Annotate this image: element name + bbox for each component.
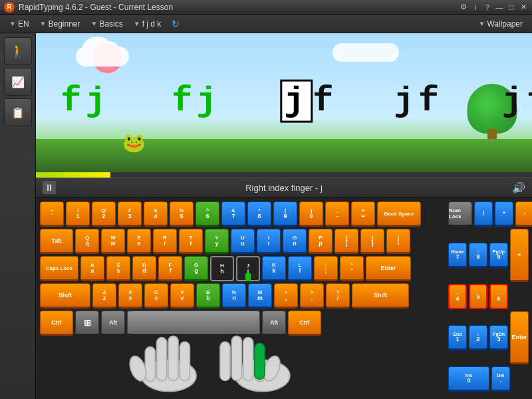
key-period[interactable]: >. <box>300 283 324 309</box>
language-menu[interactable]: ▼ EN <box>5 18 33 30</box>
key-4[interactable]: $4 <box>144 201 168 227</box>
key-backtick[interactable]: ~` <box>40 201 64 227</box>
key-q[interactable]: Qq <box>75 229 99 254</box>
key-minus[interactable]: _- <box>325 201 349 227</box>
key-enter[interactable]: Enter <box>366 256 411 281</box>
key-num-2[interactable]: ↓2 <box>469 325 487 350</box>
key-h[interactable]: Hh <box>210 256 234 281</box>
settings-icon[interactable]: ⚙ <box>459 3 468 12</box>
key-o[interactable]: Oo <box>283 229 307 254</box>
key-comma[interactable]: <, <box>274 283 298 309</box>
typed-char-1: fj <box>61 81 110 120</box>
info-icon[interactable]: i <box>471 3 480 12</box>
key-n[interactable]: Nn <box>222 283 246 309</box>
level-menu[interactable]: ▼ Beginner <box>36 18 84 30</box>
key-tab[interactable]: Tab <box>40 229 73 254</box>
key-b[interactable]: Bb <box>196 283 220 309</box>
key-9[interactable]: (9 <box>273 201 297 227</box>
wallpaper-arrow: ▼ <box>479 20 485 27</box>
sidebar-item-stats[interactable]: 📈 <box>4 68 32 96</box>
key-backspace[interactable]: Back Space <box>377 201 421 227</box>
key-num-minus[interactable]: - <box>515 201 532 227</box>
key-2[interactable]: @2 <box>92 201 116 227</box>
key-w[interactable]: Ww <box>101 229 125 254</box>
wallpaper-menu[interactable]: ▼ Wallpaper <box>475 18 527 30</box>
volume-icon[interactable]: 🔊 <box>512 182 525 194</box>
key-space[interactable] <box>127 311 260 336</box>
sidebar-item-exercises[interactable]: 📋 <box>4 98 32 126</box>
key-f[interactable]: Ff <box>158 256 182 281</box>
help-icon[interactable]: ? <box>483 3 492 12</box>
key-num-8[interactable]: ↑8 <box>469 243 487 268</box>
key-l[interactable]: Ll <box>288 256 312 281</box>
key-num-plus[interactable]: + <box>510 229 529 282</box>
key-y[interactable]: Yy <box>205 229 229 254</box>
key-d[interactable]: Dd <box>132 256 156 281</box>
minimize-button[interactable]: — <box>495 3 504 12</box>
key-m[interactable]: Mm <box>248 283 272 309</box>
keys-menu[interactable]: ▼ f j d k <box>130 18 166 30</box>
key-z[interactable]: Zz <box>92 283 116 309</box>
key-ctrl-right[interactable]: Ctrl <box>288 311 321 336</box>
key-j[interactable]: J j <box>236 256 260 281</box>
key-ctrl-left[interactable]: Ctrl <box>40 311 73 336</box>
key-slash[interactable]: ?/ <box>326 283 350 309</box>
key-6[interactable]: ^6 <box>196 201 219 227</box>
key-num-4[interactable]: ←4 <box>448 284 467 309</box>
key-k[interactable]: Kk <box>262 256 286 281</box>
key-u[interactable]: Uu <box>231 229 255 254</box>
key-win-left[interactable]: ⊞ <box>75 311 99 336</box>
key-numlock[interactable]: Num Lock <box>448 201 472 227</box>
key-alt-left[interactable]: Alt <box>101 311 125 336</box>
key-semicolon[interactable]: :; <box>314 256 338 281</box>
key-1[interactable]: !1 <box>66 201 90 227</box>
key-3[interactable]: #3 <box>118 201 142 227</box>
key-x[interactable]: Xx <box>118 283 142 309</box>
pause-button[interactable]: ⏸ <box>43 181 56 194</box>
key-8[interactable]: *8 <box>247 201 271 227</box>
key-g[interactable]: Gg <box>184 256 208 281</box>
key-p[interactable]: Pp <box>309 229 332 254</box>
key-num-enter[interactable]: Enter <box>510 311 529 364</box>
key-num-star[interactable]: * <box>495 201 513 227</box>
key-lbracket[interactable]: {[ <box>334 229 358 254</box>
key-num-1[interactable]: End1 <box>448 325 467 350</box>
key-5[interactable]: %5 <box>170 201 194 227</box>
key-0[interactable]: )0 <box>299 201 323 227</box>
key-a[interactable]: Aa <box>80 256 104 281</box>
key-alt-right[interactable]: Alt <box>262 311 286 336</box>
lesson-menu[interactable]: ▼ Basics <box>87 18 127 30</box>
numpad-row-4: End1 ↓2 PgDn3 Enter <box>448 311 528 364</box>
key-num-9[interactable]: PgUp9 <box>489 243 508 268</box>
key-r[interactable]: Rr <box>153 229 177 254</box>
key-c[interactable]: Cc <box>144 283 168 309</box>
key-num-6[interactable]: →6 <box>489 284 508 309</box>
key-7[interactable]: &7 <box>221 201 245 227</box>
key-t[interactable]: Tt <box>179 229 203 254</box>
progress-area <box>36 172 532 178</box>
key-num-dot[interactable]: Del. <box>491 366 510 392</box>
sidebar-item-lesson[interactable]: 🚶 <box>4 37 32 65</box>
key-num-7[interactable]: Home7 <box>448 243 467 268</box>
key-quote[interactable]: "' <box>340 256 364 281</box>
key-e[interactable]: Ee <box>127 229 151 254</box>
key-capslock[interactable]: Caps Lock <box>40 256 78 281</box>
key-num-slash[interactable]: / <box>474 201 493 227</box>
key-shift-right[interactable]: Shift <box>352 283 409 309</box>
key-v[interactable]: Vv <box>170 283 194 309</box>
key-num-3[interactable]: PgDn3 <box>489 325 508 350</box>
refresh-button[interactable]: ↻ <box>168 17 184 31</box>
key-rbracket[interactable]: }] <box>360 229 384 254</box>
key-num-5[interactable]: 5 <box>469 284 487 309</box>
maximize-button[interactable]: □ <box>507 3 516 12</box>
key-shift-left[interactable]: Shift <box>40 283 90 309</box>
key-equals[interactable]: += <box>351 201 375 227</box>
numpad: Num Lock / * - Home7 ↑8 PgUp9 + ←4 <box>448 201 528 394</box>
content-area: 🐸 fj fj jf jf jf df df <box>36 33 532 399</box>
close-button[interactable]: ✕ <box>519 3 528 12</box>
sidebar: 🚶 📈 📋 <box>0 33 36 399</box>
key-num-0[interactable]: Ins0 <box>448 366 489 392</box>
key-s[interactable]: Ss <box>106 256 130 281</box>
key-backslash[interactable]: |\ <box>386 229 410 254</box>
key-i[interactable]: Ii <box>257 229 281 254</box>
